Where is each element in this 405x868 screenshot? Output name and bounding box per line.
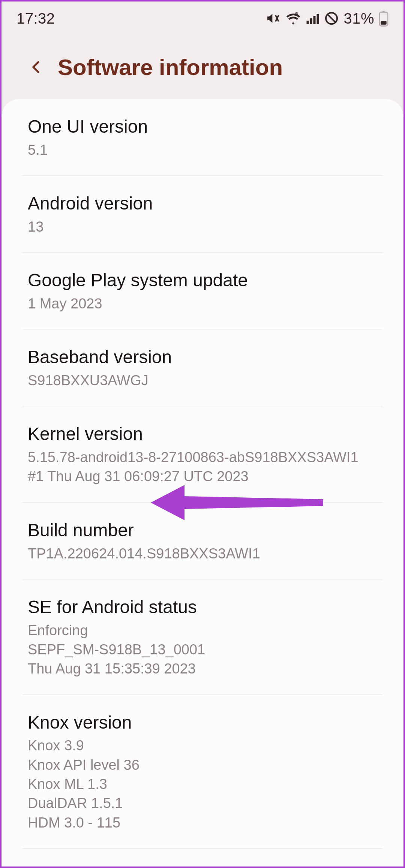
back-button[interactable] [28, 58, 45, 76]
item-sub: 13 [28, 217, 377, 236]
item-title: SE for Android status [28, 595, 377, 620]
battery-icon [379, 10, 388, 27]
settings-card: One UI version 5.1 Android version 13 Go… [2, 99, 404, 868]
signal-icon [306, 11, 320, 26]
item-title: Knox version [28, 711, 377, 735]
item-sub: 1 May 2023 [28, 294, 377, 313]
item-sub: 5.15.78-android13-8-27100863-abS918BXXS3… [28, 448, 377, 486]
item-android-version[interactable]: Android version 13 [2, 176, 404, 252]
status-bar: 17:32 6 31% [2, 1, 404, 35]
item-title: Google Play system update [28, 268, 377, 293]
item-google-play-system-update[interactable]: Google Play system update 1 May 2023 [2, 253, 404, 329]
svg-rect-4 [317, 14, 319, 24]
item-sub: Knox 3.9 Knox API level 36 Knox ML 1.3 D… [28, 736, 377, 832]
svg-rect-7 [382, 11, 385, 13]
item-sub: TP1A.220624.014.S918BXXS3AWI1 [28, 544, 377, 563]
item-title: Android version [28, 192, 377, 216]
mute-icon [266, 11, 280, 26]
item-title: One UI version [28, 115, 377, 139]
item-kernel-version[interactable]: Kernel version 5.15.78-android13-8-27100… [2, 406, 404, 502]
item-build-number[interactable]: Build number TP1A.220624.014.S918BXXS3AW… [2, 503, 404, 579]
item-title: Baseband version [28, 345, 377, 370]
item-title: Service provider software version [28, 864, 377, 868]
svg-rect-1 [307, 21, 309, 24]
item-title: Build number [28, 518, 377, 543]
page-header: Software information [2, 35, 404, 99]
item-se-for-android-status[interactable]: SE for Android status Enforcing SEPF_SM-… [2, 579, 404, 694]
item-one-ui-version[interactable]: One UI version 5.1 [2, 99, 404, 175]
blocked-icon [324, 11, 339, 26]
item-sub: Enforcing SEPF_SM-S918B_13_0001 Thu Aug … [28, 621, 377, 679]
svg-text:6: 6 [295, 11, 298, 16]
item-knox-version[interactable]: Knox version Knox 3.9 Knox API level 36 … [2, 695, 404, 848]
item-title: Kernel version [28, 422, 377, 446]
chevron-left-icon [29, 56, 44, 78]
item-sub: 5.1 [28, 141, 377, 160]
svg-rect-3 [314, 16, 316, 24]
wifi-icon: 6 [285, 11, 302, 26]
item-service-provider-software-version[interactable]: Service provider software version SAOMC_… [2, 849, 404, 868]
page-title: Software information [58, 54, 283, 80]
status-time: 17:32 [16, 10, 55, 27]
svg-rect-2 [310, 18, 312, 24]
item-baseband-version[interactable]: Baseband version S918BXXU3AWGJ [2, 329, 404, 406]
svg-rect-8 [381, 21, 386, 25]
status-right: 6 31% [266, 10, 388, 27]
battery-percent: 31% [344, 10, 374, 27]
item-sub: S918BXXU3AWGJ [28, 371, 377, 390]
